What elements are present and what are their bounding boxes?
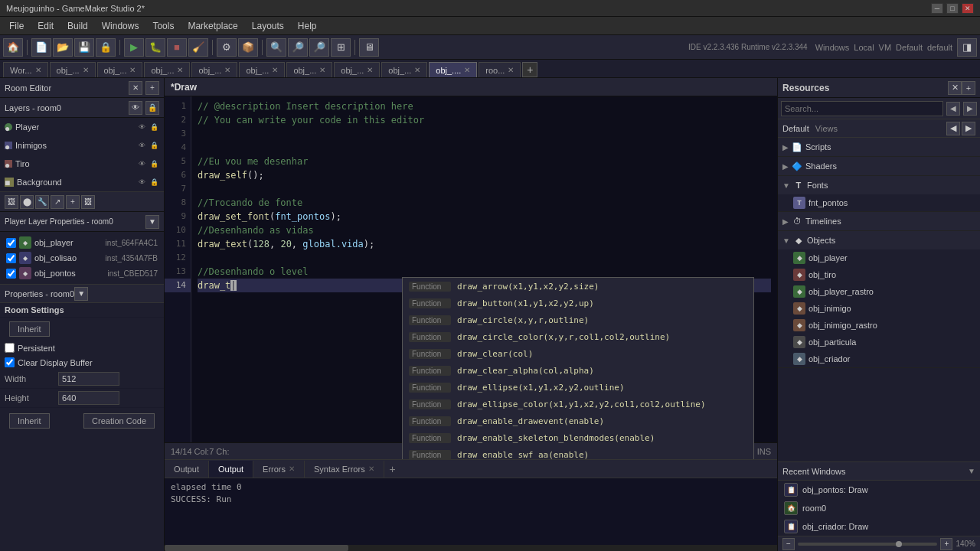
vm-label[interactable]: VM: [879, 43, 892, 52]
menu-tools[interactable]: Tools: [146, 19, 180, 33]
group-header-fonts[interactable]: ▼ T Fonts: [778, 176, 980, 194]
ac-item-8[interactable]: Function draw_enable_drawevent(enable): [403, 412, 753, 429]
new-button[interactable]: 📄: [31, 38, 51, 57]
code-editor[interactable]: 1 2 3 4 5 6 7 8 9 10 11 12 13 14 // @des…: [165, 96, 777, 459]
layer-lock-tiro[interactable]: 🔒: [149, 158, 159, 169]
tree-expand[interactable]: ▶: [962, 122, 975, 135]
layer-prop-btn1[interactable]: 🖼: [5, 195, 18, 209]
tab-1[interactable]: obj_... ✕: [50, 62, 96, 77]
output-tab-add[interactable]: +: [384, 461, 401, 478]
output-scrollbar[interactable]: [165, 545, 777, 551]
menu-layouts[interactable]: Layouts: [246, 19, 290, 33]
tab-2[interactable]: obj_... ✕: [97, 62, 143, 77]
syntax-tab-close[interactable]: ✕: [368, 465, 374, 473]
errors-tab-close[interactable]: ✕: [289, 465, 295, 473]
tab-6[interactable]: obj_... ✕: [286, 62, 332, 77]
local-label[interactable]: Local: [854, 43, 874, 52]
output-tab-errors[interactable]: Errors ✕: [253, 461, 305, 478]
layer-lock-player[interactable]: 🔒: [149, 122, 159, 132]
layer-lock-inimigos[interactable]: 🔒: [149, 140, 159, 151]
output-tab-1[interactable]: Output: [209, 461, 253, 478]
room-editor-close[interactable]: ✕: [129, 81, 142, 95]
tab-close-6[interactable]: ✕: [319, 66, 325, 74]
ac-item-7[interactable]: Function draw_ellipse_color(x1,y1,x2,y2,…: [403, 396, 753, 412]
inherit2-button[interactable]: Inherit: [9, 413, 50, 429]
minimize-button[interactable]: ─: [931, 3, 943, 14]
res-obj-particula[interactable]: ◆ obj_particula: [778, 334, 980, 350]
layer-eye-background[interactable]: 👁: [136, 177, 147, 187]
layer-eye-tiro[interactable]: 👁: [136, 158, 147, 169]
default-label[interactable]: Default: [896, 43, 923, 52]
search-nav-next[interactable]: ▶: [963, 102, 977, 116]
clear-display-checkbox[interactable]: [5, 357, 15, 367]
ac-item-9[interactable]: Function draw_enable_skeleton_blendmodes…: [403, 429, 753, 446]
recent-item-1[interactable]: 🏠 room0: [778, 499, 980, 517]
layer-obj-colisao[interactable]: ◆ obj_colisao inst_4354A7FB: [3, 250, 161, 266]
layer-obj-player[interactable]: ◆ obj_player inst_664FA4C1: [3, 235, 161, 250]
res-fnt-pontos[interactable]: T fnt_pontos: [778, 194, 980, 211]
run-button[interactable]: ▶: [124, 38, 144, 57]
layer-obj-checkbox-player[interactable]: [6, 238, 16, 248]
player-layer-expand[interactable]: ▼: [145, 215, 159, 229]
tab-close-2[interactable]: ✕: [129, 66, 136, 74]
ac-item-5[interactable]: Function draw_clear_alpha(col,alpha): [403, 362, 753, 379]
open-button[interactable]: 📂: [53, 38, 73, 57]
recent-windows-header[interactable]: Recent Windows ▼: [778, 462, 980, 481]
height-input[interactable]: [58, 391, 119, 405]
tab-close-10[interactable]: ✕: [508, 66, 514, 74]
layer-prop-btn3[interactable]: 🔧: [35, 195, 49, 209]
tab-close-3[interactable]: ✕: [177, 66, 183, 74]
recent-item-2[interactable]: 📋 obj_criador: Draw: [778, 517, 980, 536]
tab-5[interactable]: obj_... ✕: [239, 62, 285, 77]
ac-item-3[interactable]: Function draw_circle_color(x,y,r,col1,co…: [403, 328, 753, 345]
scroll-thumb[interactable]: [165, 545, 348, 551]
expand-button[interactable]: ◨: [957, 38, 977, 57]
recent-item-0[interactable]: 📋 obj_pontos: Draw: [778, 481, 980, 499]
monitor-button[interactable]: 🖥: [359, 38, 379, 57]
layer-prop-btn6[interactable]: 🖼: [81, 195, 95, 209]
new-tab-button[interactable]: +: [522, 62, 537, 77]
layer-player[interactable]: ● Player 👁 🔒: [0, 118, 164, 136]
zoom-out-button[interactable]: 🔎: [309, 38, 329, 57]
search-button[interactable]: 🔍: [266, 38, 286, 57]
default-label[interactable]: Default: [782, 124, 809, 133]
views-label[interactable]: Views: [815, 124, 838, 133]
stop-button[interactable]: ■: [167, 38, 187, 57]
layer-inimigos[interactable]: ● Inimigos 👁 🔒: [0, 136, 164, 155]
layer-prop-btn5[interactable]: +: [66, 195, 80, 209]
tab-close-4[interactable]: ✕: [224, 66, 230, 74]
tab-7[interactable]: obj_... ✕: [334, 62, 380, 77]
resources-close[interactable]: ✕: [948, 81, 962, 95]
zoom-in-button[interactable]: 🔎: [288, 38, 308, 57]
tab-4[interactable]: obj_... ✕: [191, 62, 237, 77]
menu-marketplace[interactable]: Marketplace: [181, 19, 243, 33]
group-header-shaders[interactable]: ▶ 🔷 Shaders: [778, 157, 980, 175]
tab-close-9[interactable]: ✕: [464, 66, 470, 74]
search-input[interactable]: [781, 101, 943, 116]
layer-obj-checkbox-pontos[interactable]: [6, 269, 16, 279]
resources-add[interactable]: +: [962, 81, 975, 95]
inherit-button[interactable]: Inherit: [9, 321, 50, 337]
settings-button[interactable]: ⚙: [217, 38, 237, 57]
layers-lock[interactable]: 🔒: [145, 101, 159, 115]
search-nav-prev[interactable]: ◀: [946, 102, 960, 116]
maximize-button[interactable]: □: [946, 3, 959, 14]
tab-close-7[interactable]: ✕: [367, 66, 373, 74]
tab-close-8[interactable]: ✕: [414, 66, 420, 74]
clean-button[interactable]: 🧹: [188, 38, 208, 57]
layer-obj-pontos[interactable]: ◆ obj_pontos inst_CBED517: [3, 266, 161, 281]
menu-file[interactable]: File: [3, 19, 30, 33]
default2-label[interactable]: default: [927, 43, 952, 52]
zoom-out-button[interactable]: −: [782, 538, 795, 550]
room-editor-add[interactable]: +: [145, 81, 159, 95]
layer-prop-btn4[interactable]: ↗: [51, 195, 64, 209]
layer-eye-player[interactable]: 👁: [136, 122, 147, 132]
windows-label[interactable]: Windows: [815, 43, 850, 52]
layer-obj-checkbox-colisao[interactable]: [6, 253, 16, 263]
layer-lock-background[interactable]: 🔒: [149, 177, 159, 187]
menu-build[interactable]: Build: [61, 19, 94, 33]
properties-expand[interactable]: ▼: [74, 287, 88, 301]
tab-9[interactable]: obj_.... ✕: [429, 62, 477, 77]
tab-close-1[interactable]: ✕: [83, 66, 89, 74]
window-controls[interactable]: ─ □ ✕: [931, 3, 974, 14]
